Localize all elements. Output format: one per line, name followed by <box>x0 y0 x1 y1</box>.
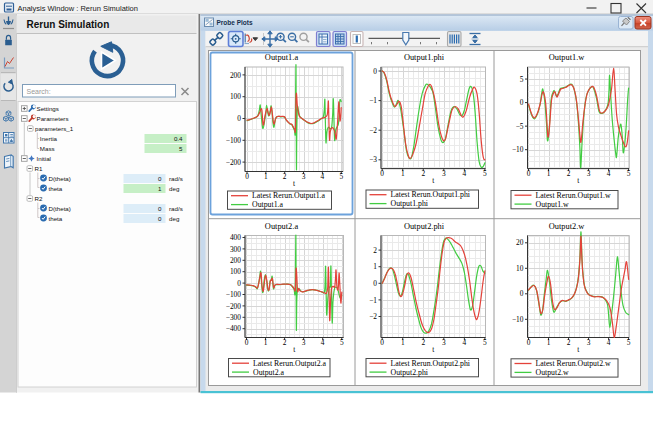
svg-text:4: 4 <box>607 338 611 347</box>
svg-text:Latest Rerun.Output1.a: Latest Rerun.Output1.a <box>252 191 326 200</box>
svg-text:0: 0 <box>373 67 377 76</box>
svg-text:Output2.phi: Output2.phi <box>391 368 429 377</box>
svg-text:2: 2 <box>373 246 377 255</box>
svg-text:Settings: Settings <box>37 105 59 112</box>
svg-text:200: 200 <box>230 256 241 265</box>
svg-text:5: 5 <box>627 338 631 347</box>
svg-text:Latest Rerun.Output2.a: Latest Rerun.Output2.a <box>253 359 327 368</box>
svg-text:0: 0 <box>245 172 249 181</box>
svg-text:Inertia: Inertia <box>40 135 58 142</box>
svg-text:Output1.phi: Output1.phi <box>404 53 445 62</box>
svg-text:100: 100 <box>230 92 241 101</box>
svg-text:5: 5 <box>627 169 631 178</box>
svg-text:−400: −400 <box>226 324 242 333</box>
svg-text:4: 4 <box>607 169 611 178</box>
svg-text:3: 3 <box>587 169 591 178</box>
svg-text:deg: deg <box>169 215 180 222</box>
svg-text:4: 4 <box>321 338 325 347</box>
svg-text:0: 0 <box>245 338 249 347</box>
svg-text:4: 4 <box>463 169 467 178</box>
svg-text:2: 2 <box>421 169 425 178</box>
svg-text:−2: −2 <box>369 126 377 135</box>
svg-text:Latest Rerun.Output2.w: Latest Rerun.Output2.w <box>536 359 612 368</box>
svg-text:Probe Plots: Probe Plots <box>217 19 254 26</box>
svg-text:R2: R2 <box>35 195 43 202</box>
svg-text:Output2.phi: Output2.phi <box>404 222 445 231</box>
svg-text:0.4: 0.4 <box>174 135 183 142</box>
svg-text:1: 1 <box>264 172 268 181</box>
svg-text:−200: −200 <box>226 158 242 167</box>
svg-text:1: 1 <box>547 169 551 178</box>
svg-text:R1: R1 <box>35 165 43 172</box>
svg-text:1: 1 <box>158 185 162 192</box>
svg-text:−100: −100 <box>226 136 242 145</box>
svg-text:0: 0 <box>380 169 384 178</box>
svg-text:−2: −2 <box>369 312 377 321</box>
svg-text:D(theta): D(theta) <box>49 205 71 212</box>
svg-text:Parameters: Parameters <box>37 115 69 122</box>
svg-text:3: 3 <box>302 338 306 347</box>
svg-text:−300: −300 <box>226 313 242 322</box>
svg-text:Latest Rerun.Output2.phi: Latest Rerun.Output2.phi <box>391 359 471 368</box>
svg-text:Output2.a: Output2.a <box>253 368 285 377</box>
svg-text:0: 0 <box>380 338 384 347</box>
svg-text:Analysis Window : Rerun Simula: Analysis Window : Rerun Simulation <box>18 4 138 13</box>
svg-text:Output2.a: Output2.a <box>265 222 299 231</box>
svg-text:0: 0 <box>527 169 531 178</box>
svg-text:−10: −10 <box>512 315 524 324</box>
svg-text:Latest Rerun.Output1.phi: Latest Rerun.Output1.phi <box>391 190 471 199</box>
svg-text:−100: −100 <box>226 290 242 299</box>
svg-text:3: 3 <box>442 169 446 178</box>
svg-text:1: 1 <box>264 338 268 347</box>
svg-text:4: 4 <box>463 338 467 347</box>
svg-text:Output2.w: Output2.w <box>536 368 570 377</box>
svg-text:1: 1 <box>373 262 377 271</box>
svg-text:3: 3 <box>587 338 591 347</box>
svg-text:Output1.w: Output1.w <box>536 200 570 209</box>
svg-text:0: 0 <box>158 215 162 222</box>
svg-text:−1: −1 <box>369 96 377 105</box>
svg-text:0: 0 <box>373 279 377 288</box>
svg-text:2: 2 <box>283 338 287 347</box>
svg-text:Search:: Search: <box>27 88 51 95</box>
svg-text:5: 5 <box>483 169 487 178</box>
svg-text:200: 200 <box>230 71 241 80</box>
svg-text:10: 10 <box>516 264 524 273</box>
svg-text:Rerun Simulation: Rerun Simulation <box>27 19 110 30</box>
svg-text:Mass: Mass <box>40 145 55 152</box>
svg-text:D(theta): D(theta) <box>49 175 71 182</box>
svg-text:3: 3 <box>442 338 446 347</box>
svg-text:2: 2 <box>283 172 287 181</box>
svg-text:Latest Rerun.Output1.w: Latest Rerun.Output1.w <box>536 191 612 200</box>
svg-text:−10: −10 <box>512 145 524 154</box>
svg-text:Output1.w: Output1.w <box>549 53 586 62</box>
svg-text:1: 1 <box>401 169 405 178</box>
svg-text:0: 0 <box>158 205 162 212</box>
svg-text:rad/s: rad/s <box>169 175 183 182</box>
svg-text:5: 5 <box>179 145 183 152</box>
svg-text:2: 2 <box>567 338 571 347</box>
svg-text:1: 1 <box>401 338 405 347</box>
svg-text:Output2.w: Output2.w <box>549 222 586 231</box>
svg-text:5: 5 <box>340 338 344 347</box>
svg-text:rad/s: rad/s <box>169 205 183 212</box>
svg-text:3: 3 <box>302 172 306 181</box>
svg-text:deg: deg <box>169 185 180 192</box>
svg-text:5: 5 <box>483 338 487 347</box>
svg-text:5: 5 <box>520 75 524 84</box>
svg-text:−5: −5 <box>516 122 524 131</box>
svg-text:Output1.a: Output1.a <box>265 53 299 62</box>
svg-text:Initial: Initial <box>37 155 51 162</box>
svg-text:0: 0 <box>237 279 241 288</box>
svg-text:−200: −200 <box>226 302 242 311</box>
svg-text:2: 2 <box>567 169 571 178</box>
svg-text:1: 1 <box>547 338 551 347</box>
svg-text:400: 400 <box>230 233 241 242</box>
svg-text:−3: −3 <box>369 155 377 164</box>
svg-text:0: 0 <box>158 175 162 182</box>
svg-text:theta: theta <box>49 215 63 222</box>
svg-text:2: 2 <box>421 338 425 347</box>
svg-text:4: 4 <box>321 172 325 181</box>
svg-text:0: 0 <box>520 289 524 298</box>
svg-text:100: 100 <box>230 267 241 276</box>
